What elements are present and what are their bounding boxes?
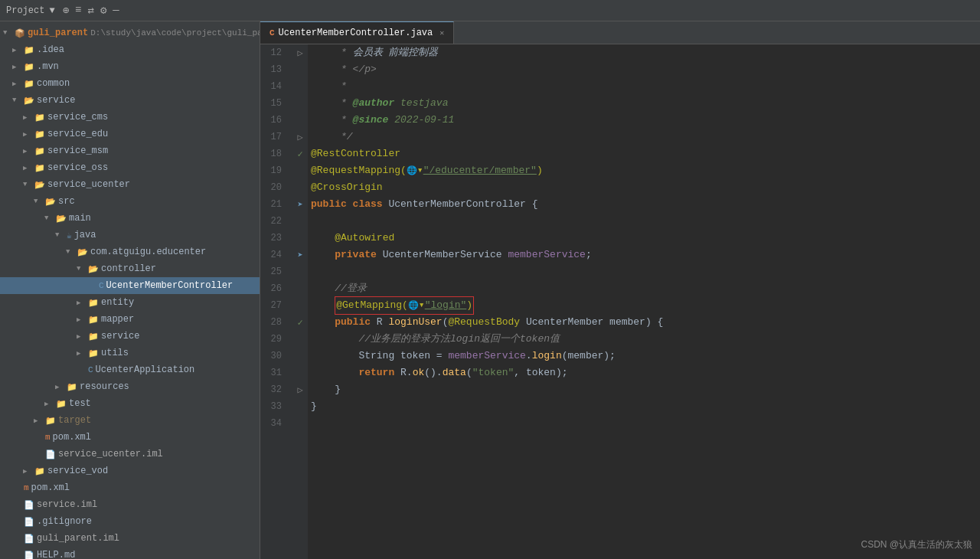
md-icon: 📄 — [24, 551, 34, 560]
xml-icon: m — [24, 483, 29, 492]
get-mapping-highlight: @GetMapping(🌐▾"login") — [335, 296, 474, 315]
tree-item-service-iml[interactable]: 📄 service.iml — [0, 496, 260, 513]
code-lines[interactable]: * 会员表 前端控制器 * </p> * * @author testjava — [308, 44, 980, 559]
folder-icon: 📁 — [34, 113, 45, 123]
folder-open-icon: 📂 — [45, 197, 56, 207]
code-line-28: public R loginUser(@RequestBody UcenterM… — [311, 314, 980, 331]
code-line-14: * — [311, 78, 980, 95]
tree-item-helpmd[interactable]: 📄 HELP.md — [0, 547, 260, 559]
code-line-15: * @author testjava — [311, 95, 980, 112]
folder-icon: 📁 — [24, 62, 34, 72]
tree-item-iml-ucenter[interactable]: 📄 service_ucenter.iml — [0, 446, 260, 463]
folder-icon: 📁 — [34, 466, 45, 476]
tree-item-service[interactable]: ▼ 📂 service — [0, 92, 260, 109]
folder-icon: 📁 — [24, 45, 34, 55]
tab-close-button[interactable]: ✕ — [439, 28, 444, 38]
tree-item-test[interactable]: ▶ 📁 test — [0, 395, 260, 412]
tree-item-idea[interactable]: ▶ 📁 .idea — [0, 41, 260, 58]
tree-item-mapper[interactable]: ▶ 📁 mapper — [0, 311, 260, 328]
code-line-25 — [311, 263, 980, 280]
code-line-32: } — [311, 381, 980, 398]
tree-item-pom-root[interactable]: m pom.xml — [0, 479, 260, 496]
code-line-30: String token = memberService.login(membe… — [311, 348, 980, 364]
folder-open-icon: 📂 — [34, 180, 45, 190]
tab-ucenter[interactable]: C UcenterMemberController.java ✕ — [260, 21, 454, 44]
tree-item-guli-iml[interactable]: 📄 guli_parent.iml — [0, 530, 260, 547]
tree-item-service-vod[interactable]: ▶ 📁 service_vod — [0, 463, 260, 479]
tree-item-service-ucenter[interactable]: ▼ 📂 service_ucenter — [0, 176, 260, 193]
tree-item-resources[interactable]: ▶ 📁 resources — [0, 378, 260, 395]
folder-icon: 📁 — [56, 399, 67, 409]
java-file-icon: C — [88, 365, 93, 374]
sidebar: ▼ 📦 guli_parent D:\study\java\code\proje… — [0, 21, 260, 559]
tree-item-service-msm[interactable]: ▶ 📁 service_msm — [0, 142, 260, 159]
top-bar-left: Project ▼ — [6, 5, 55, 16]
code-line-20: @CrossOrigin — [311, 179, 980, 196]
tree-item-common[interactable]: ▶ 📁 common — [0, 75, 260, 92]
code-line-17: */ — [311, 129, 980, 145]
tree-item-pom-ucenter[interactable]: m pom.xml — [0, 429, 260, 446]
tree-item-mvn[interactable]: ▶ 📁 .mvn — [0, 58, 260, 75]
tree-item-service-cms[interactable]: ▶ 📁 service_cms — [0, 109, 260, 126]
top-bar-icons: ⊕ ≡ ⇄ ⚙ — — [63, 4, 119, 17]
folder-icon: 📁 — [34, 146, 45, 156]
expand-arrow: ▼ — [3, 29, 12, 37]
folder-icon: 📁 — [88, 348, 99, 358]
gutter: ▷ ▷ ✓ ➤ ➤ ✓ ▷ — [292, 44, 308, 559]
module-icon: 📦 — [15, 28, 25, 38]
folder-open-icon: 📂 — [24, 96, 34, 106]
folder-icon: 📁 — [67, 382, 77, 392]
tree-item-guli-parent[interactable]: ▼ 📦 guli_parent D:\study\java\code\proje… — [0, 25, 260, 41]
tree-item-package[interactable]: ▼ 📂 com.atguigu.educenter — [0, 244, 260, 260]
project-label[interactable]: Project — [6, 5, 44, 16]
tree-item-gitignore[interactable]: 📄 .gitignore — [0, 513, 260, 530]
tree-item-service-edu[interactable]: ▶ 📁 service_edu — [0, 126, 260, 142]
code-line-27: @GetMapping(🌐▾"login") — [311, 297, 980, 314]
tab-label: UcenterMemberController.java — [279, 28, 433, 38]
folder-icon: 📁 — [24, 79, 34, 89]
tree-item-target[interactable]: ▶ 📁 target — [0, 412, 260, 429]
iml-icon: 📄 — [45, 449, 56, 459]
settings-icon[interactable]: ⚙ — [100, 4, 106, 17]
code-line-31: return R.ok().data("token", token); — [311, 364, 980, 381]
minimize-icon[interactable]: — — [113, 4, 119, 17]
java-folder-icon: ☕ — [67, 230, 72, 240]
top-bar: Project ▼ ⊕ ≡ ⇄ ⚙ — — [0, 0, 980, 21]
tree-item-java[interactable]: ▼ ☕ java — [0, 227, 260, 244]
tree-item-controller[interactable]: ▼ 📂 controller — [0, 260, 260, 277]
tree-item-service-oss[interactable]: ▶ 📁 service_oss — [0, 159, 260, 176]
code-editor: 12 13 14 15 16 17 18 19 20 21 22 23 24 2… — [260, 44, 980, 559]
tree-item-entity[interactable]: ▶ 📁 entity — [0, 294, 260, 311]
tree-item-main[interactable]: ▼ 📂 main — [0, 210, 260, 227]
project-arrow[interactable]: ▼ — [49, 5, 54, 16]
file-tree: ▼ 📦 guli_parent D:\study\java\code\proje… — [0, 21, 260, 559]
code-line-23: @Autowired — [311, 230, 980, 247]
code-line-19: @RequestMapping(🌐▾"/educenter/member") — [311, 162, 980, 179]
list-icon[interactable]: ≡ — [75, 4, 81, 17]
main-content: ▼ 📦 guli_parent D:\study\java\code\proje… — [0, 21, 980, 559]
tab-bar: C UcenterMemberController.java ✕ — [260, 21, 980, 44]
watermark: CSDN @认真生活的灰太狼 — [861, 538, 972, 551]
code-line-26: //登录 — [311, 280, 980, 297]
java-file-icon: C — [99, 281, 104, 290]
folder-open-icon: 📂 — [77, 247, 88, 257]
git-icon: 📄 — [24, 517, 34, 527]
code-line-33: } — [311, 398, 980, 415]
code-line-18: @RestController — [311, 145, 980, 162]
tree-item-utils[interactable]: ▶ 📁 utils — [0, 345, 260, 361]
add-icon[interactable]: ⊕ — [63, 4, 69, 17]
sync-icon[interactable]: ⇄ — [87, 4, 93, 17]
xml-icon: m — [45, 433, 51, 442]
tree-item-ucenter-app[interactable]: C UcenterApplication — [0, 361, 260, 378]
tree-item-src[interactable]: ▼ 📂 src — [0, 193, 260, 210]
iml-icon: 📄 — [24, 534, 34, 544]
code-line-13: * </p> — [311, 61, 980, 78]
tree-item-service-pkg[interactable]: ▶ 📁 service — [0, 328, 260, 345]
code-line-22 — [311, 213, 980, 230]
line-numbers: 12 13 14 15 16 17 18 19 20 21 22 23 24 2… — [260, 44, 292, 559]
code-line-21: public class UcenterMemberController { — [311, 196, 980, 213]
folder-icon: 📁 — [88, 332, 99, 342]
code-line-16: * @since 2022-09-11 — [311, 112, 980, 129]
tree-item-ucenter-controller[interactable]: C UcenterMemberController — [0, 277, 260, 294]
folder-icon: 📁 — [45, 416, 56, 426]
